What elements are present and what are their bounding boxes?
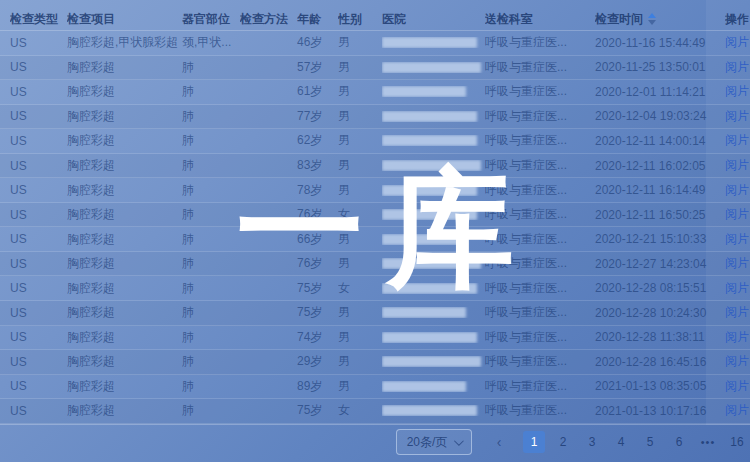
cell-gender: 男 [338, 59, 382, 76]
table-row: US胸腔彩超肺61岁男呼吸与重症医...2020-12-01 11:14:21阅… [0, 80, 750, 105]
page-button-5[interactable]: 5 [639, 431, 661, 453]
view-images-link[interactable]: 阅片 [725, 183, 749, 197]
cell-organ: 肺 [182, 304, 240, 321]
sort-asc-icon [648, 13, 656, 18]
column-header-8[interactable]: 检查时间 [595, 11, 725, 28]
cell-organ: 肺 [182, 280, 240, 297]
view-images-link[interactable]: 阅片 [725, 354, 749, 368]
cell-organ: 肺 [182, 206, 240, 223]
cell-type: US [10, 232, 67, 246]
prev-page-button[interactable]: ‹ [490, 434, 508, 450]
view-images-link[interactable]: 阅片 [725, 84, 749, 98]
cell-project: 胸腔彩超 [67, 255, 182, 272]
redacted-hospital-name [382, 160, 481, 171]
redacted-hospital-name [382, 356, 481, 367]
cell-organ: 肺 [182, 132, 240, 149]
view-images-link[interactable]: 阅片 [725, 232, 749, 246]
page-button-more[interactable]: ••• [697, 431, 719, 453]
exam-list-screen: 检查类型检查项目器官部位检查方法年龄性别医院送检科室检查时间操作 US胸腔彩超,… [0, 0, 750, 462]
cell-gender: 女 [338, 206, 382, 223]
cell-age: 66岁 [297, 231, 338, 248]
page-button-4[interactable]: 4 [610, 431, 632, 453]
view-images-link[interactable]: 阅片 [725, 281, 749, 295]
view-images-link[interactable]: 阅片 [725, 207, 749, 221]
cell-project: 胸腔彩超 [67, 329, 182, 346]
view-images-link[interactable]: 阅片 [725, 403, 749, 417]
cell-project: 胸腔彩超 [67, 59, 182, 76]
cell-exam-time: 2020-12-28 11:38:11 [595, 330, 725, 344]
page-button-16[interactable]: 16 [726, 431, 748, 453]
redacted-hospital-name [382, 283, 477, 294]
cell-hospital [382, 283, 485, 294]
view-images-link[interactable]: 阅片 [725, 60, 749, 74]
cell-exam-time: 2020-12-11 16:14:49 [595, 183, 725, 197]
redacted-hospital-name [382, 234, 466, 245]
cell-gender: 男 [338, 108, 382, 125]
cell-age: 75岁 [297, 304, 338, 321]
view-images-link[interactable]: 阅片 [725, 305, 749, 319]
cell-department: 呼吸与重症医... [485, 182, 595, 199]
cell-department: 呼吸与重症医... [485, 280, 595, 297]
cell-type: US [10, 183, 67, 197]
cell-age: 62岁 [297, 132, 338, 149]
cell-action: 阅片 [725, 108, 750, 125]
column-header-label: 医院 [382, 11, 406, 28]
table-header-row: 检查类型检查项目器官部位检查方法年龄性别医院送检科室检查时间操作 [0, 8, 750, 31]
cell-project: 胸腔彩超 [67, 378, 182, 395]
cell-exam-time: 2021-01-13 08:35:05 [595, 379, 725, 393]
cell-age: 46岁 [297, 34, 338, 51]
cell-project: 胸腔彩超 [67, 83, 182, 100]
cell-gender: 男 [338, 353, 382, 370]
view-images-link[interactable]: 阅片 [725, 330, 749, 344]
cell-gender: 男 [338, 157, 382, 174]
view-images-link[interactable]: 阅片 [725, 256, 749, 270]
cell-department: 呼吸与重症医... [485, 231, 595, 248]
page-button-2[interactable]: 2 [552, 431, 574, 453]
column-header-9: 操作 [725, 11, 750, 28]
cell-type: US [10, 281, 67, 295]
cell-gender: 男 [338, 378, 382, 395]
cell-action: 阅片 [725, 329, 750, 346]
redacted-hospital-name [382, 37, 477, 48]
chevron-left-icon: ‹ [497, 434, 502, 450]
cell-gender: 男 [338, 182, 382, 199]
cell-action: 阅片 [725, 182, 750, 199]
table-body: US胸腔彩超,甲状腺彩超颈,甲状...46岁男呼吸与重症医...2020-11-… [0, 31, 750, 425]
cell-action: 阅片 [725, 378, 750, 395]
view-images-link[interactable]: 阅片 [725, 109, 749, 123]
column-header-label: 器官部位 [182, 11, 230, 28]
cell-department: 呼吸与重症医... [485, 59, 595, 76]
cell-hospital [382, 111, 485, 122]
sort-caret-icon[interactable] [648, 13, 656, 25]
view-images-link[interactable]: 阅片 [725, 133, 749, 147]
cell-exam-time: 2020-12-11 14:00:14 [595, 134, 725, 148]
cell-exam-time: 2020-12-04 19:03:24 [595, 109, 725, 123]
cell-organ: 肺 [182, 157, 240, 174]
page-size-select[interactable]: 20条/页 [396, 429, 472, 455]
chevron-down-icon [454, 436, 464, 446]
cell-hospital [382, 135, 485, 146]
cell-hospital [382, 234, 485, 245]
cell-hospital [382, 356, 485, 367]
cell-department: 呼吸与重症医... [485, 108, 595, 125]
cell-action: 阅片 [725, 34, 750, 51]
cell-age: 61岁 [297, 83, 338, 100]
cell-type: US [10, 60, 67, 74]
view-images-link[interactable]: 阅片 [725, 158, 749, 172]
view-images-link[interactable]: 阅片 [725, 35, 749, 49]
redacted-hospital-name [382, 209, 477, 220]
cell-project: 胸腔彩超 [67, 182, 182, 199]
redacted-hospital-name [382, 381, 466, 392]
cell-action: 阅片 [725, 206, 750, 223]
page-button-6[interactable]: 6 [668, 431, 690, 453]
page-button-3[interactable]: 3 [581, 431, 603, 453]
page-size-value: 20条/页 [407, 434, 448, 451]
column-header-label: 检查方法 [240, 11, 288, 28]
cell-organ: 肺 [182, 108, 240, 125]
redacted-hospital-name [382, 62, 481, 73]
cell-age: 83岁 [297, 157, 338, 174]
cell-department: 呼吸与重症医... [485, 132, 595, 149]
cell-project: 胸腔彩超 [67, 206, 182, 223]
page-button-1[interactable]: 1 [523, 431, 545, 453]
view-images-link[interactable]: 阅片 [725, 379, 749, 393]
